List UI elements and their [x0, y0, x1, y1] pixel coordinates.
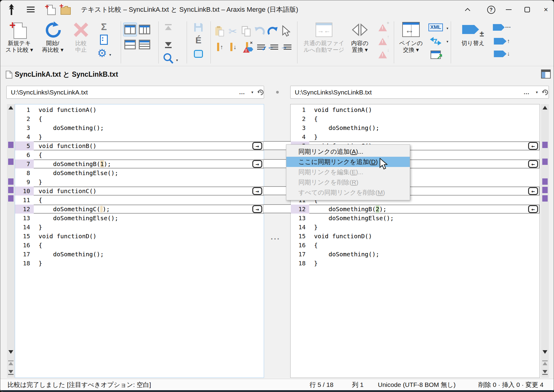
accept-change-icon[interactable]: ✓ — [255, 41, 267, 53]
search-caret-icon[interactable]: ▾ — [176, 58, 178, 62]
right-path-dropdown-icon[interactable]: ▾ — [533, 86, 541, 98]
code-line[interactable]: 12 doSomethingB(2); — [291, 205, 540, 214]
center-more-icon[interactable]: ··· — [271, 234, 280, 244]
scroll-down-icon[interactable] — [8, 350, 13, 354]
left-file-path[interactable]: U:\SyncLinks\SyncLinkA.txt — [11, 86, 88, 98]
change-mark[interactable] — [542, 159, 548, 165]
change-mark[interactable] — [8, 142, 14, 148]
code-line[interactable]: 4} — [291, 132, 540, 141]
layout-two-columns-button[interactable] — [123, 23, 137, 36]
encoding-icon[interactable]: É — [192, 35, 204, 46]
code-line[interactable]: 18} — [291, 259, 540, 268]
push-change-right-button[interactable]: → — [252, 205, 262, 213]
menu-icon[interactable] — [27, 7, 35, 13]
code-line[interactable]: 14} — [15, 223, 264, 232]
push-change-left-button[interactable]: ← — [528, 160, 538, 168]
code-line[interactable]: 15void functionD() — [15, 232, 264, 241]
code-line[interactable]: 6{ — [15, 150, 264, 159]
change-mark[interactable] — [542, 142, 548, 148]
start-recompare-button[interactable]: 開始/再比較 ▾ — [37, 20, 68, 53]
code-line[interactable]: 13 doSomethingElse(); — [291, 214, 540, 223]
scroll-down-icon[interactable] — [543, 350, 547, 354]
right-change-map[interactable] — [541, 104, 549, 378]
next-conflict-icon[interactable]: × — [241, 41, 253, 53]
code-line[interactable]: 8 doSomethingElse(); — [15, 168, 264, 177]
push-change-left-button[interactable]: ← — [528, 187, 538, 195]
left-change-map[interactable] — [7, 104, 15, 378]
right-path-more-icon[interactable]: … — [521, 86, 532, 98]
code-line[interactable]: 3 doSomething(); — [15, 123, 264, 132]
replace-contents-button[interactable]: 内容の置換 ▾ — [347, 21, 372, 53]
layout-three-rows-button[interactable] — [138, 38, 151, 51]
previous-change-icon[interactable]: ↑ — [215, 41, 226, 53]
tab-title[interactable]: SyncLinkA.txt と SyncLinkB.txt — [15, 66, 118, 82]
xml-mode-icon[interactable]: XML — [428, 23, 444, 32]
collapse-ribbon-button[interactable] — [462, 5, 473, 15]
export-icon[interactable]: ↗ — [429, 49, 442, 60]
code-line[interactable]: 16{ — [15, 241, 264, 250]
xml-caret-icon[interactable]: ▾ — [447, 26, 448, 30]
change-mark[interactable] — [542, 187, 548, 193]
push-change-right-button[interactable]: → — [252, 142, 262, 150]
menu-item[interactable]: 同期リンクの追加(A)... — [286, 147, 410, 157]
sync-direction-icon[interactable] — [429, 36, 442, 47]
right-file-path[interactable]: U:\SyncLinks\SyncLinkB.txt — [295, 86, 372, 98]
next-change-icon[interactable]: ↓ — [228, 41, 239, 53]
change-mark[interactable] — [542, 195, 548, 202]
code-line[interactable]: 9} — [15, 177, 264, 187]
code-line[interactable]: 13 doSomethingElse(); — [15, 214, 264, 223]
change-mark[interactable] — [8, 159, 14, 165]
options-caret-icon[interactable]: ▾ — [109, 53, 111, 57]
new-folder-icon[interactable]: + — [60, 4, 71, 16]
push-change-right-button[interactable]: → — [252, 160, 262, 168]
code-line[interactable]: 12 doSomethingC(); — [15, 205, 264, 214]
report-icon[interactable] — [97, 33, 110, 46]
selection-mode-icon[interactable] — [192, 48, 204, 60]
code-line[interactable]: 3 doSomething(); — [291, 123, 540, 132]
layout-three-columns-button[interactable] — [138, 23, 151, 36]
push-change-left-button[interactable]: ← — [528, 142, 538, 150]
scroll-up-icon[interactable] — [8, 106, 13, 110]
change-mark[interactable] — [8, 195, 14, 202]
right-file-path-bar[interactable]: U:\SyncLinks\SyncLinkB.txt … ▾ — [290, 86, 549, 99]
code-line[interactable]: 1void functionA() — [15, 105, 264, 114]
change-mark[interactable] — [8, 187, 14, 193]
close-button[interactable]: × — [540, 5, 551, 15]
change-mark[interactable] — [542, 178, 548, 185]
left-path-history-icon[interactable] — [257, 86, 264, 98]
code-line[interactable]: 11{ — [15, 196, 264, 205]
statistics-sigma-icon[interactable]: Σ — [97, 21, 111, 32]
push-change-right-button[interactable]: → — [252, 187, 262, 195]
previous-sync-link-icon[interactable]: ↑ — [493, 36, 511, 46]
minimize-button[interactable] — [503, 5, 514, 15]
scroll-up-icon[interactable] — [543, 106, 547, 110]
help-button[interactable]: ? — [486, 5, 496, 15]
menu-item[interactable]: ここに同期リンクを追加(D) — [286, 157, 410, 167]
code-line[interactable]: 7 doSomethingB(1); — [15, 159, 264, 168]
code-line[interactable]: 17 doSomething(); — [291, 250, 540, 259]
pointer-tool-icon[interactable] — [280, 25, 292, 37]
push-change-left-button[interactable]: ← — [528, 205, 538, 213]
toggle-sync-links-button[interactable]: ± 切り替え — [455, 21, 491, 47]
swap-panes-button[interactable]: ↔ ペインの交換 ▾ — [397, 21, 425, 53]
sync-link-options-icon[interactable]: ··· — [493, 23, 511, 32]
last-change-icon[interactable] — [163, 41, 174, 50]
left-code-pane[interactable]: 1void functionA()2{3 doSomething();4}5vo… — [15, 104, 264, 378]
search-icon[interactable] — [162, 52, 174, 65]
maximize-button[interactable] — [522, 5, 533, 15]
next-sync-link-icon[interactable]: ↓ — [493, 49, 511, 59]
new-document-icon[interactable]: + — [45, 4, 56, 16]
options-gear-icon[interactable]: ⚙ — [95, 47, 109, 60]
code-line[interactable]: 5void functionB() — [15, 141, 264, 150]
code-line[interactable]: 16{ — [291, 241, 540, 250]
code-line[interactable]: 4} — [15, 132, 264, 141]
code-line[interactable]: 14} — [291, 223, 540, 232]
new-comparison-button[interactable]: + 新規テキスト比較 ▾ — [3, 20, 35, 53]
code-line[interactable]: 17 doSomething(); — [15, 250, 264, 259]
go-last-change-icon[interactable] — [542, 370, 548, 375]
replace-right-icon[interactable]: → — [282, 41, 294, 53]
redo-icon[interactable] — [267, 26, 279, 37]
left-path-more-icon[interactable]: … — [237, 86, 247, 98]
go-last-change-icon[interactable] — [8, 370, 14, 375]
code-line[interactable]: 1void functionA() — [291, 105, 540, 114]
